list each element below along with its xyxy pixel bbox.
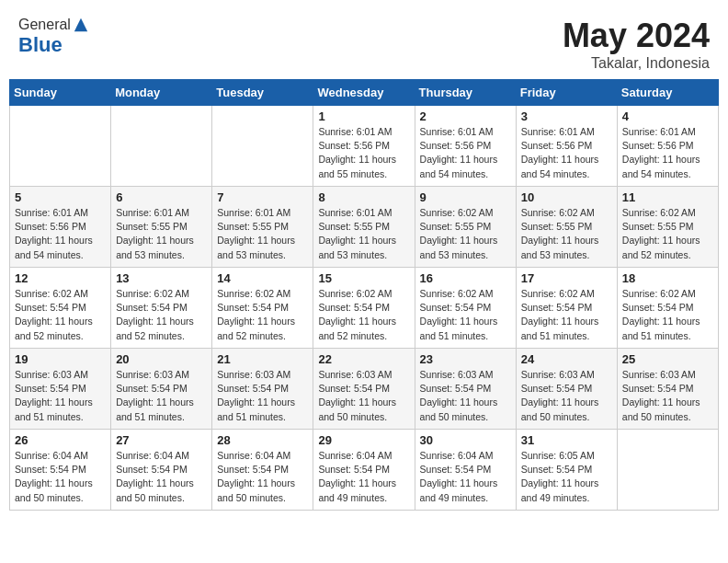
day-number: 16 [420,271,511,285]
day-info: Sunrise: 6:04 AM Sunset: 5:54 PM Dayligh… [318,449,409,505]
day-number: 30 [420,433,511,447]
calendar-cell: 7Sunrise: 6:01 AM Sunset: 5:55 PM Daylig… [212,187,313,268]
calendar-cell: 30Sunrise: 6:04 AM Sunset: 5:54 PM Dayli… [415,430,516,511]
logo-blue: Blue [18,33,89,57]
calendar-cell: 20Sunrise: 6:03 AM Sunset: 5:54 PM Dayli… [111,349,212,430]
day-info: Sunrise: 6:02 AM Sunset: 5:54 PM Dayligh… [217,287,308,343]
day-number: 18 [622,271,713,285]
day-info: Sunrise: 6:01 AM Sunset: 5:55 PM Dayligh… [217,206,308,262]
day-info: Sunrise: 6:01 AM Sunset: 5:56 PM Dayligh… [521,125,612,181]
day-number: 14 [217,271,308,285]
day-info: Sunrise: 6:02 AM Sunset: 5:54 PM Dayligh… [318,287,409,343]
page-header: General Blue May 2024 Takalar, Indonesia [9,9,719,79]
calendar-cell: 16Sunrise: 6:02 AM Sunset: 5:54 PM Dayli… [415,268,516,349]
calendar-cell [10,106,111,187]
calendar-cell: 17Sunrise: 6:02 AM Sunset: 5:54 PM Dayli… [516,268,617,349]
day-number: 1 [318,109,409,123]
day-info: Sunrise: 6:04 AM Sunset: 5:54 PM Dayligh… [420,449,511,505]
weekday-header-sunday: Sunday [10,80,111,106]
day-number: 3 [521,109,612,123]
calendar-cell: 11Sunrise: 6:02 AM Sunset: 5:55 PM Dayli… [617,187,718,268]
logo-general: General [18,17,71,33]
day-number: 8 [318,190,409,204]
day-info: Sunrise: 6:01 AM Sunset: 5:56 PM Dayligh… [622,125,713,181]
calendar-cell: 25Sunrise: 6:03 AM Sunset: 5:54 PM Dayli… [617,349,718,430]
calendar-cell: 29Sunrise: 6:04 AM Sunset: 5:54 PM Dayli… [313,430,415,511]
day-info: Sunrise: 6:01 AM Sunset: 5:55 PM Dayligh… [116,206,207,262]
day-info: Sunrise: 6:03 AM Sunset: 5:54 PM Dayligh… [116,368,207,424]
day-number: 29 [318,433,409,447]
day-info: Sunrise: 6:02 AM Sunset: 5:55 PM Dayligh… [420,206,511,262]
day-number: 25 [622,352,713,366]
day-number: 12 [15,271,106,285]
day-info: Sunrise: 6:03 AM Sunset: 5:54 PM Dayligh… [622,368,713,424]
logo: General Blue [18,17,89,57]
day-number: 26 [15,433,106,447]
calendar-cell: 28Sunrise: 6:04 AM Sunset: 5:54 PM Dayli… [212,430,313,511]
calendar-cell [212,106,313,187]
day-number: 5 [15,190,106,204]
day-number: 31 [521,433,612,447]
day-number: 13 [116,271,207,285]
calendar-cell: 2Sunrise: 6:01 AM Sunset: 5:56 PM Daylig… [415,106,516,187]
day-info: Sunrise: 6:02 AM Sunset: 5:54 PM Dayligh… [420,287,511,343]
day-number: 27 [116,433,207,447]
calendar-cell: 8Sunrise: 6:01 AM Sunset: 5:55 PM Daylig… [313,187,415,268]
calendar-cell: 12Sunrise: 6:02 AM Sunset: 5:54 PM Dayli… [10,268,111,349]
day-info: Sunrise: 6:01 AM Sunset: 5:56 PM Dayligh… [420,125,511,181]
day-number: 9 [420,190,511,204]
day-info: Sunrise: 6:02 AM Sunset: 5:55 PM Dayligh… [622,206,713,262]
day-info: Sunrise: 6:03 AM Sunset: 5:54 PM Dayligh… [217,368,308,424]
calendar-cell: 26Sunrise: 6:04 AM Sunset: 5:54 PM Dayli… [10,430,111,511]
day-info: Sunrise: 6:04 AM Sunset: 5:54 PM Dayligh… [217,449,308,505]
day-info: Sunrise: 6:03 AM Sunset: 5:54 PM Dayligh… [521,368,612,424]
day-number: 20 [116,352,207,366]
day-number: 23 [420,352,511,366]
day-info: Sunrise: 6:04 AM Sunset: 5:54 PM Dayligh… [15,449,106,505]
day-number: 24 [521,352,612,366]
calendar-cell: 21Sunrise: 6:03 AM Sunset: 5:54 PM Dayli… [212,349,313,430]
svg-marker-0 [74,18,87,31]
weekday-header-monday: Monday [111,80,212,106]
day-number: 2 [420,109,511,123]
calendar-cell: 15Sunrise: 6:02 AM Sunset: 5:54 PM Dayli… [313,268,415,349]
day-info: Sunrise: 6:03 AM Sunset: 5:54 PM Dayligh… [15,368,106,424]
weekday-header-saturday: Saturday [617,80,718,106]
weekday-header-thursday: Thursday [415,80,516,106]
calendar-cell: 31Sunrise: 6:05 AM Sunset: 5:54 PM Dayli… [516,430,617,511]
day-number: 28 [217,433,308,447]
logo-icon [73,17,89,33]
calendar-cell: 27Sunrise: 6:04 AM Sunset: 5:54 PM Dayli… [111,430,212,511]
day-number: 22 [318,352,409,366]
day-info: Sunrise: 6:02 AM Sunset: 5:54 PM Dayligh… [15,287,106,343]
calendar-cell [617,430,718,511]
day-number: 6 [116,190,207,204]
day-number: 17 [521,271,612,285]
weekday-header-friday: Friday [516,80,617,106]
day-info: Sunrise: 6:03 AM Sunset: 5:54 PM Dayligh… [420,368,511,424]
day-info: Sunrise: 6:03 AM Sunset: 5:54 PM Dayligh… [318,368,409,424]
day-info: Sunrise: 6:05 AM Sunset: 5:54 PM Dayligh… [521,449,612,505]
day-number: 7 [217,190,308,204]
weekday-header-tuesday: Tuesday [212,80,313,106]
calendar-cell: 9Sunrise: 6:02 AM Sunset: 5:55 PM Daylig… [415,187,516,268]
day-info: Sunrise: 6:01 AM Sunset: 5:56 PM Dayligh… [15,206,106,262]
calendar-cell: 6Sunrise: 6:01 AM Sunset: 5:55 PM Daylig… [111,187,212,268]
calendar-cell: 14Sunrise: 6:02 AM Sunset: 5:54 PM Dayli… [212,268,313,349]
day-number: 4 [622,109,713,123]
calendar-location: Takalar, Indonesia [563,55,710,72]
title-block: May 2024 Takalar, Indonesia [563,17,710,72]
calendar-cell: 19Sunrise: 6:03 AM Sunset: 5:54 PM Dayli… [10,349,111,430]
day-info: Sunrise: 6:02 AM Sunset: 5:54 PM Dayligh… [622,287,713,343]
day-info: Sunrise: 6:02 AM Sunset: 5:54 PM Dayligh… [116,287,207,343]
calendar-cell: 10Sunrise: 6:02 AM Sunset: 5:55 PM Dayli… [516,187,617,268]
calendar-cell [111,106,212,187]
calendar-cell: 3Sunrise: 6:01 AM Sunset: 5:56 PM Daylig… [516,106,617,187]
calendar-title: May 2024 [563,17,710,55]
calendar-cell: 13Sunrise: 6:02 AM Sunset: 5:54 PM Dayli… [111,268,212,349]
day-info: Sunrise: 6:02 AM Sunset: 5:55 PM Dayligh… [521,206,612,262]
day-info: Sunrise: 6:01 AM Sunset: 5:56 PM Dayligh… [318,125,409,181]
calendar-cell: 22Sunrise: 6:03 AM Sunset: 5:54 PM Dayli… [313,349,415,430]
day-number: 19 [15,352,106,366]
day-info: Sunrise: 6:01 AM Sunset: 5:55 PM Dayligh… [318,206,409,262]
